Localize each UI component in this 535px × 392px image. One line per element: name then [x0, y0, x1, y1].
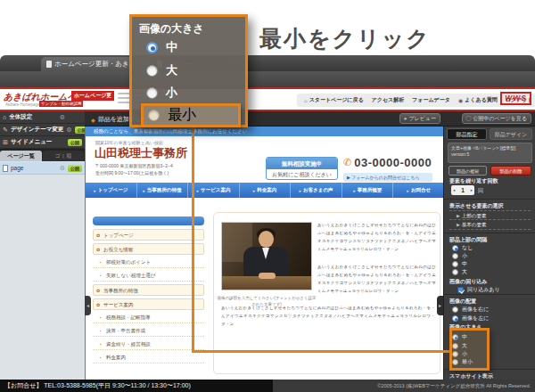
profile-photo: [221, 222, 312, 290]
menu-header-bar: [93, 216, 204, 225]
view-published-button[interactable]: 🖵公開中のページを見る: [462, 113, 532, 124]
consult-badge: 無料相談実施中 お気軽にご相談ください: [266, 157, 338, 180]
smartphone-label: スマホサイト表示: [449, 372, 493, 380]
gear-icon[interactable]: ⚙: [60, 114, 65, 121]
position-option-left[interactable]: 画像を左に: [452, 314, 489, 323]
gear-icon[interactable]: ⚙: [66, 127, 71, 134]
popup-option-minimum[interactable]: 最小: [141, 103, 241, 127]
tab-part-design[interactable]: 部品デザイン: [490, 128, 532, 140]
square-bullet-icon: ▪: [100, 326, 102, 336]
tab-page-list[interactable]: ページ一覧: [0, 151, 42, 161]
arrow-icon: ▸: [353, 188, 356, 193]
question-icon: ◉: [458, 97, 463, 103]
site-hours: 受付時間:9:00〜17:00(土日祝を除く): [95, 170, 169, 176]
sidebar-item-side-menu[interactable]: ⊞ サイドメニュー 公開: [0, 136, 85, 149]
repeat-unit: 回: [478, 187, 483, 195]
spacing-option-medium[interactable]: 中: [452, 260, 467, 268]
menu-subitem[interactable]: ▪資金繰り・経営相談: [93, 339, 204, 350]
repeat-count-stepper[interactable]: ◂ 1 ▸: [451, 185, 474, 195]
menu-subitem[interactable]: ▪失敗しない税理士選び: [93, 271, 204, 282]
radio-icon[interactable]: [452, 261, 458, 267]
basic-elements-row[interactable]: ▶基本の要素: [449, 220, 531, 230]
sample-badge: サンプル・動作確認用: [39, 101, 83, 107]
menu-item[interactable]: ✿お役立ち情報: [93, 243, 204, 255]
menu-subitem[interactable]: ▪決算・申告書作成: [93, 326, 204, 337]
tab-label: ホームページ更新・あき...: [54, 60, 135, 69]
arrow-icon: ▶: [457, 222, 460, 227]
sidebar-item-design-theme[interactable]: ✎ デザインテーマ変更 ⚙ 公開: [0, 124, 85, 136]
publish-button[interactable]: 公開: [68, 139, 82, 146]
homepage-update-label: ホームページ更新: [71, 91, 114, 101]
menu-item[interactable]: ✿当事務所の特徴: [93, 284, 204, 296]
radio-icon[interactable]: [452, 306, 458, 313]
radio-icon[interactable]: [148, 110, 160, 121]
spacing-option-large[interactable]: 大: [452, 268, 467, 276]
arrow-icon: ▸: [407, 188, 409, 193]
nav-access-analytics[interactable]: アクセス解析: [372, 96, 405, 104]
duplicate-part-button[interactable]: 部品の複製: [449, 166, 487, 176]
site-nav-item[interactable]: ▸事務所概要: [342, 183, 394, 198]
menu-subitem[interactable]: ▪料金案内: [93, 353, 204, 363]
sidebar-item-global-settings[interactable]: ⌂ 全体設定 ⚙: [0, 111, 85, 124]
radio-icon[interactable]: [452, 269, 458, 275]
site-nav-item[interactable]: ▸サービス案内: [188, 183, 240, 198]
menu-item[interactable]: ✿トップページ: [93, 229, 204, 241]
square-bullet-icon: ▪: [100, 339, 102, 349]
wrap-label: 画像の回り込み: [449, 278, 487, 286]
popup-title: 画像の大きさ: [139, 21, 204, 37]
akibare-logo-sub: Akibare Homepage: [5, 102, 40, 107]
site-title: 山田税理士事務所: [95, 145, 187, 161]
nav-faq[interactable]: ◉よくある質問: [458, 96, 498, 104]
sidebar-collapse-handle[interactable]: ◂: [85, 296, 91, 315]
page-list: page ⚙ 公開: [0, 161, 85, 380]
position-option-right[interactable]: 画像を右に: [452, 306, 489, 314]
site-nav-item[interactable]: ▸当事務所の特徴: [137, 183, 189, 198]
radio-icon[interactable]: [146, 42, 158, 53]
diamond-icon: ◆: [91, 117, 95, 123]
radio-icon[interactable]: [452, 245, 458, 251]
wws-logo: WWS: [500, 92, 531, 105]
checkbox-icon[interactable]: [457, 287, 464, 293]
panel-collapse-handle[interactable]: ▸: [437, 296, 443, 315]
page-list-item[interactable]: page ⚙ 公開: [0, 162, 85, 175]
nav-form-data[interactable]: フォームデータ: [412, 96, 450, 104]
radio-icon[interactable]: [452, 253, 458, 259]
menu-item[interactable]: ✿サービス案内: [93, 298, 204, 310]
instruction-heading: 最小をクリック: [259, 24, 431, 53]
square-bullet-icon: ▪: [100, 271, 102, 281]
site-nav-item[interactable]: ▸料金案内: [240, 183, 292, 198]
radio-icon[interactable]: [146, 87, 158, 99]
wrap-checkbox-row[interactable]: 回り込みあり: [457, 286, 500, 294]
stepper-up-icon[interactable]: ▸: [471, 188, 473, 192]
placeholder-paragraph: あいうえおかきくけこさしすせそたちつてとなにぬねのはひふへほまみむめもやゃゆゅよ…: [317, 263, 436, 295]
publish-button[interactable]: 公開: [68, 165, 82, 172]
menu-subitem[interactable]: ▪節税対策のポイント: [93, 257, 204, 268]
delete-part-button[interactable]: 部品の削除: [490, 166, 531, 176]
popup-option-medium[interactable]: 中: [146, 39, 177, 55]
radio-icon[interactable]: [146, 65, 158, 77]
gear-icon[interactable]: ⚙: [60, 165, 65, 172]
contact-form-link[interactable]: ▶ フォームからのお問合せはこちら: [343, 173, 432, 182]
radio-icon[interactable]: [452, 315, 458, 322]
annotation-connector-vertical: [192, 125, 194, 351]
nav-start-page[interactable]: ⌂スタートページに戻る: [304, 96, 364, 104]
page-icon: [3, 165, 8, 172]
annotation-highlight-box: [449, 328, 490, 371]
tab-part-settings[interactable]: 部品指定: [447, 128, 487, 140]
tab-favicon-icon: [46, 61, 52, 68]
arrow-icon: ▶: [457, 213, 460, 218]
menu-subitem[interactable]: ▪税務相談・記帳指導: [93, 313, 204, 323]
site-nav-item[interactable]: ▸トップページ: [86, 183, 137, 198]
popup-option-large[interactable]: 大: [146, 62, 177, 78]
spacing-option-small[interactable]: 小: [452, 252, 467, 260]
site-nav-item[interactable]: ▸お客さまの声: [291, 183, 342, 198]
site-navbar: ▸トップページ ▸当事務所の特徴 ▸サービス案内 ▸料金案内 ▸お客さまの声 ▸…: [86, 183, 443, 198]
tab-trash[interactable]: ゴミ箱: [43, 151, 84, 161]
stepper-down-icon[interactable]: ◂: [453, 188, 455, 192]
flower-bullet-icon: ✿: [96, 244, 100, 255]
upper-elements-row[interactable]: ▶上部の要素: [449, 210, 531, 220]
spacing-option-none[interactable]: なし: [452, 244, 473, 252]
site-nav-item[interactable]: ▸お問合せ: [393, 183, 443, 198]
preview-button[interactable]: ●プレビュー: [399, 113, 440, 124]
popup-option-small[interactable]: 小: [146, 85, 177, 101]
